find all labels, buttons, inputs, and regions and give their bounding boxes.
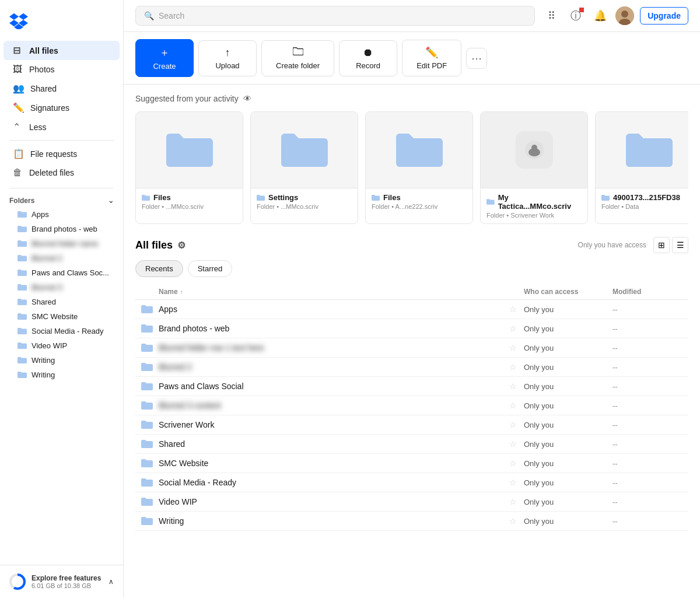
star-video[interactable]: ☆ (509, 497, 517, 506)
tab-recents[interactable]: Recents (135, 260, 183, 277)
star-paws[interactable]: ☆ (509, 382, 517, 391)
folders-label: Folders (9, 197, 34, 205)
bell-icon[interactable]: 🔔 (591, 6, 610, 25)
star-shared[interactable]: ☆ (509, 439, 517, 449)
folder-item-paws[interactable]: Paws and Claws Soc... (4, 265, 120, 280)
star-social[interactable]: ☆ (509, 478, 517, 487)
star-writing[interactable]: ☆ (509, 516, 517, 526)
sidebar-item-deleted-files[interactable]: 🗑 Deleted files (4, 163, 120, 182)
folder-item-smc-website[interactable]: Social Media - Ready (4, 324, 120, 338)
grid-icon[interactable]: ⠿ (542, 6, 561, 25)
folder-item-writing[interactable]: Writing (4, 368, 120, 382)
file-row-paws[interactable]: Paws and Claws Social ☆ Only you -- (135, 377, 688, 396)
star-brand-photos[interactable]: ☆ (509, 324, 517, 333)
sidebar-footer: Explore free features 6.01 GB of 10.38 G… (0, 565, 123, 598)
explore-features-btn[interactable]: Explore free features 6.01 GB of 10.38 G… (9, 573, 114, 590)
sidebar-item-less[interactable]: ⌃ Less (4, 117, 120, 137)
create-folder-label: Create folder (276, 61, 320, 70)
folder-item-blurred2[interactable]: Blurred 2 (4, 251, 120, 265)
help-icon[interactable]: ⓘ (566, 6, 585, 25)
col-header-name[interactable]: Name ↑ (135, 288, 519, 296)
star-blurred2[interactable]: ☆ (509, 362, 517, 372)
file-row-video[interactable]: Video WIP ☆ Only you -- (135, 492, 688, 512)
file-row-apps[interactable]: Apps ☆ Only you -- (135, 300, 688, 319)
suggested-card-settings[interactable]: Settings Folder • ...MMco.scriv (250, 111, 358, 224)
row-name-social: Social Media - Ready (159, 478, 236, 487)
card-name-4900173: 4900173...215FD38 (613, 193, 680, 202)
eye-icon[interactable]: 👁 (243, 94, 251, 103)
sidebar-item-signatures[interactable]: ✏️ Signatures (4, 98, 120, 117)
star-scrivener[interactable]: ☆ (509, 420, 517, 429)
folder-item-video-wip[interactable]: Writing (4, 353, 120, 368)
folder-item-scrivener-work[interactable]: Shared (4, 295, 120, 309)
file-row-writing[interactable]: Writing ☆ Only you -- (135, 512, 688, 531)
star-apps[interactable]: ☆ (509, 305, 517, 314)
star-blurred3[interactable]: ☆ (509, 401, 517, 410)
file-row-blurred2[interactable]: Blurred 2 ☆ Only you -- (135, 358, 688, 377)
all-files-section: All files ⚙ Only you have access ⊞ ☰ Rec… (124, 229, 700, 531)
row-name-paws: Paws and Claws Social (159, 382, 244, 391)
suggested-card-files2[interactable]: Files Folder • A...ne222.scriv (365, 111, 473, 224)
suggested-card-my-tactica[interactable]: My Tactica...MMco.scriv Folder • Scriven… (480, 111, 588, 224)
sidebar-item-photos[interactable]: 🖼 Photos (4, 60, 120, 79)
edit-pdf-button[interactable]: ✏️ Edit PDF (402, 40, 461, 76)
access-writing: Only you (519, 517, 612, 526)
folder-item-blurred1[interactable]: Blurred folder name (4, 236, 120, 251)
upgrade-button[interactable]: Upgrade (640, 7, 688, 25)
storage-progress (9, 573, 26, 590)
record-button[interactable]: ⏺ Record (339, 40, 397, 76)
card-name-files1: Files (153, 193, 171, 202)
file-row-social[interactable]: Social Media - Ready ☆ Only you -- (135, 473, 688, 492)
file-table-header: Name ↑ Who can access Modified (135, 284, 688, 300)
sidebar-label-deleted-files: Deleted files (29, 168, 74, 177)
more-actions-button[interactable]: ⋯ (466, 48, 487, 69)
folder-item-brand-photos-web[interactable]: Brand photos - web (4, 222, 120, 236)
create-button[interactable]: ＋ Create (135, 39, 194, 77)
sort-icon: ↑ (180, 289, 183, 295)
folder-item-shared[interactable]: SMC Website (4, 309, 120, 324)
suggested-card-4900173[interactable]: 4900173...215FD38 Folder • Data (595, 111, 688, 224)
row-name-video: Video WIP (159, 497, 197, 506)
folder-item-blurred3[interactable]: Blurred 3 (4, 280, 120, 295)
star-smc[interactable]: ☆ (509, 459, 517, 468)
access-blurred2: Only you (519, 363, 612, 372)
all-files-settings-icon[interactable]: ⚙ (177, 240, 186, 251)
sidebar-item-file-requests[interactable]: 📋 File requests (4, 144, 120, 163)
list-view-button[interactable]: ☰ (672, 237, 688, 253)
file-row-blurred3[interactable]: Blurred 3 content ☆ Only you -- (135, 396, 688, 415)
file-row-shared[interactable]: Shared ☆ Only you -- (135, 435, 688, 454)
create-icon: ＋ (159, 46, 170, 60)
file-row-scrivener[interactable]: Scrivener Work ☆ Only you -- (135, 415, 688, 435)
card-name-my-tactica: My Tactica...MMco.scriv (498, 193, 582, 211)
upload-button[interactable]: ↑ Upload (198, 40, 257, 76)
file-requests-icon: 📋 (13, 148, 24, 159)
avatar[interactable] (615, 6, 634, 25)
card-name-files2: Files (383, 193, 401, 202)
folder-item-social-media[interactable]: Video WIP (4, 338, 120, 353)
sidebar-label-photos: Photos (29, 65, 55, 74)
file-row-smc[interactable]: SMC Website ☆ Only you -- (135, 454, 688, 473)
card-name-settings: Settings (268, 193, 298, 202)
sidebar: ⊟ All files 🖼 Photos 👥 Shared ✏️ Signatu… (0, 0, 124, 598)
search-bar[interactable]: 🔍 Search (135, 6, 535, 26)
sidebar-item-shared[interactable]: 👥 Shared (4, 79, 120, 98)
create-folder-button[interactable]: Create folder (261, 40, 334, 76)
folder-item-apps[interactable]: Apps (4, 207, 120, 222)
suggested-card-files1[interactable]: Files Folder • ...MMco.scriv (135, 111, 243, 224)
logo[interactable] (0, 0, 123, 39)
modified-shared: -- (612, 440, 688, 449)
signatures-icon: ✏️ (13, 102, 24, 113)
folders-list: Apps Brand photos - web Blurred folder n… (0, 207, 123, 382)
all-files-title-text: All files (135, 239, 173, 251)
sidebar-item-all-files[interactable]: ⊟ All files (4, 41, 120, 60)
explore-collapse-icon[interactable]: ∧ (108, 578, 114, 586)
access-blurred1: Only you (519, 344, 612, 352)
create-folder-icon (293, 47, 303, 59)
folders-section-header[interactable]: Folders ⌄ (0, 192, 123, 207)
modified-smc: -- (612, 459, 688, 468)
tab-starred[interactable]: Starred (188, 260, 233, 277)
file-row-brand-photos[interactable]: Brand photos - web ☆ Only you -- (135, 319, 688, 338)
star-blurred1[interactable]: ☆ (509, 343, 517, 352)
grid-view-button[interactable]: ⊞ (653, 237, 670, 253)
file-row-blurred1[interactable]: Blurred folder row 1 text here ☆ Only yo… (135, 338, 688, 358)
